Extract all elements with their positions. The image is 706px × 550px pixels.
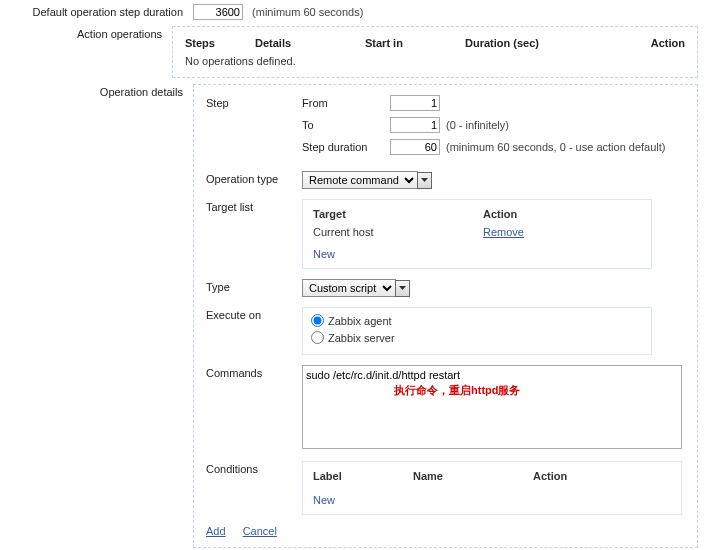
chevron-down-icon[interactable] <box>417 172 432 189</box>
type-label: Type <box>206 279 302 297</box>
target-row-target: Current host <box>313 226 483 238</box>
cond-col-action: Action <box>533 470 671 482</box>
target-col-action: Action <box>483 208 641 220</box>
step-from-input[interactable] <box>390 95 440 111</box>
operation-add-link[interactable]: Add <box>206 525 226 537</box>
step-duration-label: Step duration <box>302 141 390 153</box>
ops-col-action: Action <box>625 37 685 49</box>
ops-col-details: Details <box>255 37 365 49</box>
default-step-duration-input[interactable] <box>193 4 243 20</box>
cond-col-name: Name <box>413 470 533 482</box>
target-row-remove-link[interactable]: Remove <box>483 226 524 238</box>
operation-type-select[interactable]: Remote command <box>302 171 418 189</box>
execute-on-label: Execute on <box>206 307 302 355</box>
action-operations-label: Action operations <box>8 26 172 40</box>
commands-label: Commands <box>206 365 302 451</box>
execute-on-server-radio[interactable] <box>311 331 324 344</box>
step-duration-input[interactable] <box>390 139 440 155</box>
step-to-input[interactable] <box>390 117 440 133</box>
cond-col-label: Label <box>313 470 413 482</box>
default-step-duration-label: Default operation step duration <box>8 4 193 18</box>
commands-textarea[interactable] <box>302 365 682 449</box>
operation-details-panel: Step From To (0 - infinitely) Step durat… <box>193 84 698 548</box>
operation-details-label: Operation details <box>8 84 193 98</box>
execute-on-server-label: Zabbix server <box>328 332 395 344</box>
no-operations-text: No operations defined. <box>185 55 685 67</box>
step-duration-hint: (minimum 60 seconds, 0 - use action defa… <box>446 141 666 153</box>
execute-on-agent-label: Zabbix agent <box>328 315 392 327</box>
target-list-label: Target list <box>206 199 302 269</box>
step-label: Step <box>206 95 302 161</box>
commands-annotation: 执行命令，重启httpd服务 <box>394 383 520 398</box>
target-new-link[interactable]: New <box>313 248 335 260</box>
step-from-label: From <box>302 97 390 109</box>
step-to-hint: (0 - infinitely) <box>446 119 509 131</box>
conditions-label: Conditions <box>206 461 302 515</box>
conditions-new-link[interactable]: New <box>313 494 335 506</box>
action-operations-panel: Steps Details Start in Duration (sec) Ac… <box>172 26 698 78</box>
target-col-target: Target <box>313 208 483 220</box>
execute-on-agent-radio[interactable] <box>311 314 324 327</box>
default-step-duration-hint: (minimum 60 seconds) <box>252 6 363 18</box>
step-to-label: To <box>302 119 390 131</box>
ops-col-duration: Duration (sec) <box>465 37 625 49</box>
operation-type-label: Operation type <box>206 171 302 189</box>
type-select[interactable]: Custom script <box>302 279 396 297</box>
ops-col-start: Start in <box>365 37 465 49</box>
operation-cancel-link[interactable]: Cancel <box>243 525 277 537</box>
ops-col-steps: Steps <box>185 37 255 49</box>
chevron-down-icon[interactable] <box>395 280 410 297</box>
